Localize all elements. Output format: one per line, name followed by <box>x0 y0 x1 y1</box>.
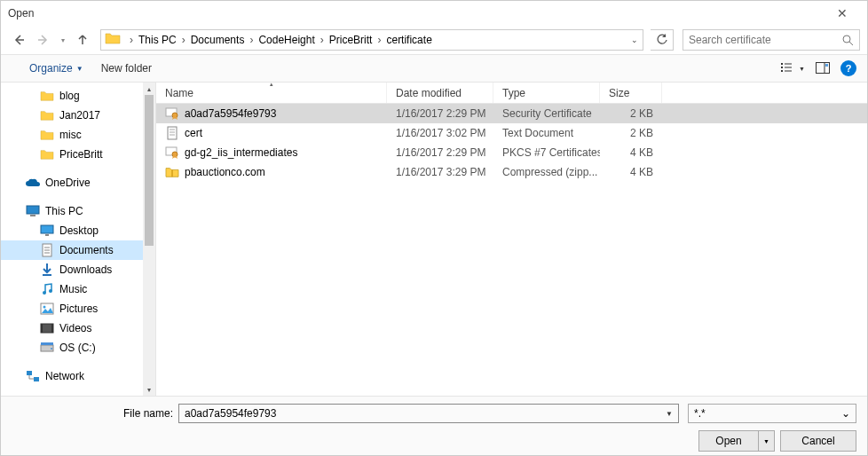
col-size[interactable]: Size <box>600 83 662 103</box>
search-icon[interactable] <box>841 34 854 46</box>
onedrive-icon <box>26 176 40 190</box>
breadcrumb-this-pc[interactable]: This PC <box>137 34 178 46</box>
svg-rect-31 <box>41 342 53 345</box>
new-folder-button[interactable]: New folder <box>101 62 152 75</box>
address-dropdown[interactable]: ⌄ <box>627 35 643 44</box>
tree-scrollbar[interactable]: ▴ ▾ <box>143 83 155 396</box>
cert-icon <box>165 145 179 160</box>
chevron-right-icon[interactable]: › <box>317 34 327 46</box>
organize-dropdown-icon[interactable]: ▼ <box>76 65 83 73</box>
close-button[interactable]: ✕ <box>825 2 860 25</box>
scroll-up-icon[interactable]: ▴ <box>143 83 155 95</box>
cert-icon <box>165 106 179 121</box>
svg-rect-33 <box>34 377 39 381</box>
open-button[interactable]: Open ▼ <box>698 430 775 452</box>
file-type: Text Document <box>493 127 600 139</box>
folder-icon <box>40 108 54 122</box>
scroll-thumb[interactable] <box>145 95 154 246</box>
svg-rect-42 <box>171 169 173 177</box>
forward-button[interactable] <box>33 29 54 51</box>
help-button[interactable]: ? <box>840 60 856 76</box>
file-row[interactable]: pbauctionco.com1/16/2017 3:29 PMCompress… <box>156 162 867 182</box>
filter-combo[interactable]: *.* ⌄ <box>688 404 856 423</box>
svg-point-25 <box>43 306 46 309</box>
file-list[interactable]: ▴ Name Date modified Type Size a0ad7a595… <box>156 83 867 396</box>
back-button[interactable] <box>8 29 29 51</box>
videos-icon <box>40 321 54 335</box>
preview-pane-button[interactable] <box>816 62 830 75</box>
filename-combo[interactable]: a0ad7a5954fe9793 ▼ <box>178 404 679 423</box>
breadcrumb-certificate[interactable]: certificate <box>384 34 433 46</box>
tree-folder-misc[interactable]: misc <box>1 125 143 145</box>
file-row[interactable]: a0ad7a5954fe97931/16/2017 2:29 PMSecurit… <box>156 104 867 123</box>
tree-music[interactable]: Music <box>1 279 143 299</box>
filter-dropdown-icon[interactable]: ⌄ <box>841 407 850 420</box>
file-type: PKCS #7 Certificates <box>493 146 600 159</box>
svg-rect-15 <box>41 225 53 233</box>
open-split-dropdown[interactable]: ▼ <box>758 431 774 451</box>
pc-icon <box>26 204 40 218</box>
chevron-right-icon[interactable]: › <box>374 34 384 46</box>
tree-downloads[interactable]: Downloads <box>1 260 143 279</box>
drive-icon <box>40 341 54 355</box>
cancel-button[interactable]: Cancel <box>780 430 856 452</box>
chevron-right-icon[interactable]: › <box>178 34 189 46</box>
file-name: gd-g2_iis_intermediates <box>185 146 297 159</box>
up-button[interactable] <box>72 29 93 51</box>
tree-folder-jan2017[interactable]: Jan2017 <box>1 106 143 125</box>
address-bar[interactable]: › This PC›Documents›CodeHeight›PriceBrit… <box>100 29 643 51</box>
filename-dropdown-icon[interactable]: ▼ <box>666 410 673 418</box>
svg-point-2 <box>843 35 850 43</box>
col-name[interactable]: ▴ Name <box>156 83 387 103</box>
svg-rect-36 <box>168 127 177 139</box>
tree-documents[interactable]: Documents <box>1 240 143 260</box>
col-type[interactable]: Type <box>493 83 600 103</box>
file-type: Compressed (zipp... <box>493 166 600 178</box>
tree-folder-blog[interactable]: blog <box>1 86 143 106</box>
tree-network[interactable]: Network <box>1 366 143 386</box>
desktop-icon <box>40 224 54 238</box>
svg-rect-27 <box>41 324 43 333</box>
svg-rect-13 <box>27 206 39 214</box>
svg-rect-14 <box>30 215 36 216</box>
search-box[interactable] <box>683 29 860 51</box>
window-title: Open <box>8 7 34 20</box>
breadcrumb-documents[interactable]: Documents <box>189 34 247 46</box>
recent-dropdown[interactable]: ▾ <box>58 29 68 51</box>
breadcrumb-codeheight[interactable]: CodeHeight <box>256 34 316 46</box>
filename-value[interactable]: a0ad7a5954fe9793 <box>185 407 666 420</box>
breadcrumb-pricebritt[interactable]: PriceBritt <box>327 34 375 46</box>
organize-button[interactable]: Organize <box>29 62 73 75</box>
tree-os-c-[interactable]: OS (C:) <box>1 338 143 358</box>
tree-onedrive[interactable]: OneDrive <box>1 173 143 193</box>
doc-icon <box>40 243 54 257</box>
view-options-button[interactable]: ▼ <box>781 62 805 75</box>
svg-point-30 <box>51 348 52 350</box>
folder-icon <box>40 128 54 142</box>
tree-pictures[interactable]: Pictures <box>1 299 143 318</box>
file-row[interactable]: gd-g2_iis_intermediates1/16/2017 2:29 PM… <box>156 143 867 162</box>
file-row[interactable]: cert1/16/2017 3:02 PMText Document2 KB <box>156 123 867 143</box>
music-icon <box>40 282 54 296</box>
tree-this-pc[interactable]: This PC <box>1 201 143 221</box>
scroll-down-icon[interactable]: ▾ <box>143 383 155 396</box>
file-name: pbauctionco.com <box>185 166 265 178</box>
file-date: 1/16/2017 2:29 PM <box>387 146 493 159</box>
tree-desktop[interactable]: Desktop <box>1 221 143 240</box>
nav-tree[interactable]: blogJan2017miscPriceBrittOneDriveThis PC… <box>1 83 156 396</box>
chevron-right-icon[interactable]: › <box>246 34 256 46</box>
chevron-right-icon[interactable]: › <box>126 34 137 46</box>
search-input[interactable] <box>689 34 841 46</box>
folder-icon <box>40 89 54 103</box>
file-type: Security Certificate <box>493 107 600 120</box>
zip-icon <box>165 165 179 179</box>
tree-folder-pricebritt[interactable]: PriceBritt <box>1 145 143 164</box>
svg-rect-5 <box>781 67 783 68</box>
svg-rect-28 <box>51 324 53 333</box>
col-date[interactable]: Date modified <box>387 83 493 103</box>
file-size: 2 KB <box>600 127 662 139</box>
svg-point-22 <box>43 291 46 295</box>
svg-point-23 <box>49 289 52 293</box>
tree-videos[interactable]: Videos <box>1 318 143 338</box>
refresh-button[interactable] <box>651 29 674 51</box>
